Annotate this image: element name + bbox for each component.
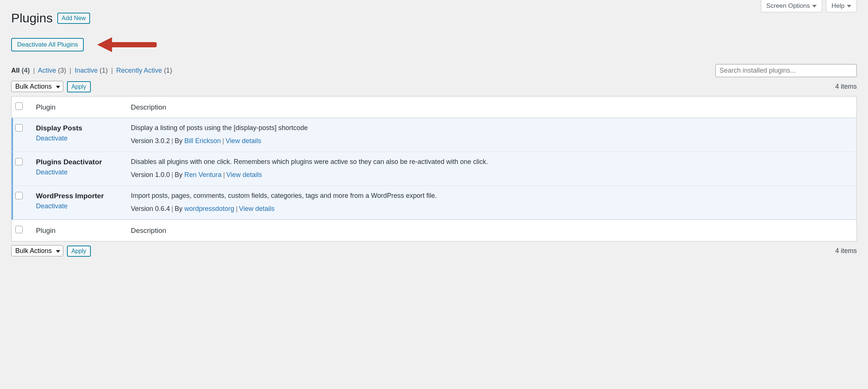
column-description-header: Description [127,97,857,118]
table-row: Plugins Deactivator Deactivate Disables … [12,152,857,186]
plugins-table: Plugin Description Display Posts Deactiv… [11,96,857,241]
add-new-button[interactable]: Add New [57,13,90,24]
help-button[interactable]: Help [826,0,857,12]
apply-button-top[interactable]: Apply [67,81,91,92]
plugin-description: Disables all plugins with one click. Rem… [131,158,853,166]
screen-options-label: Screen Options [766,2,810,10]
row-checkbox[interactable] [15,124,23,132]
help-label: Help [832,2,845,10]
items-count-bottom: 4 items [835,247,857,255]
apply-button-bottom[interactable]: Apply [67,246,91,257]
page-title: Plugins [11,11,53,25]
deactivate-link[interactable]: Deactivate [36,168,68,176]
deactivate-all-plugins-button[interactable]: Deactivate All Plugins [11,38,84,51]
author-link[interactable]: wordpressdotorg [184,205,234,212]
view-details-link[interactable]: View details [239,205,275,212]
bulk-actions-select-top[interactable]: Bulk Actions [11,81,63,92]
plugin-name: Plugins Deactivator [36,158,124,166]
filter-inactive[interactable]: Inactive (1) [75,67,110,74]
items-count-top: 4 items [835,83,857,91]
select-all-top-checkbox[interactable] [15,102,23,110]
view-details-link[interactable]: View details [226,137,261,145]
filter-all[interactable]: All (4) [11,67,32,74]
plugin-description: Import posts, pages, comments, custom fi… [131,192,853,200]
chevron-down-icon [812,5,817,7]
deactivate-link[interactable]: Deactivate [36,135,68,142]
arrow-left-icon [97,36,157,54]
svg-marker-1 [97,37,112,52]
author-link[interactable]: Bill Erickson [184,137,221,145]
row-checkbox[interactable] [15,158,23,165]
plugin-name: Display Posts [36,124,124,132]
column-description-footer: Description [127,220,857,241]
bulk-actions-select-bottom[interactable]: Bulk Actions [11,245,63,256]
select-all-bottom-checkbox[interactable] [15,226,23,233]
table-row: WordPress Importer Deactivate Import pos… [12,186,857,220]
table-row: Display Posts Deactivate Display a listi… [12,118,857,152]
plugin-status-filters: All (4) | Active (3) | Inactive (1) | Re… [11,67,172,75]
column-plugin-header: Plugin [32,97,127,118]
plugin-name: WordPress Importer [36,192,124,200]
search-input[interactable] [715,64,857,77]
filter-recently-active[interactable]: Recently Active (1) [116,67,172,74]
plugin-description: Display a listing of posts using the [di… [131,124,853,132]
screen-options-button[interactable]: Screen Options [761,0,822,12]
filter-active[interactable]: Active (3) [38,67,68,74]
view-details-link[interactable]: View details [226,171,262,178]
chevron-down-icon [847,5,851,7]
row-checkbox[interactable] [15,192,23,199]
author-link[interactable]: Ren Ventura [184,171,221,178]
deactivate-link[interactable]: Deactivate [36,202,68,210]
column-plugin-footer: Plugin [32,220,127,241]
